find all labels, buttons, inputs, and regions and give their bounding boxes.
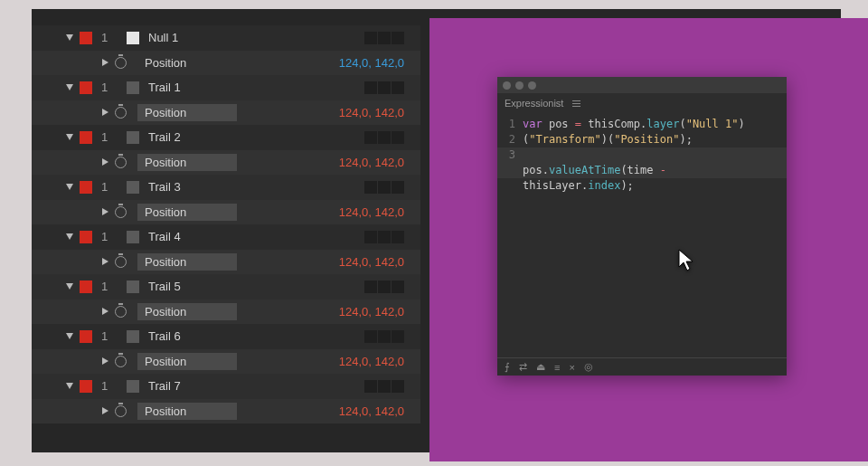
layer-row[interactable]: 1Null 1 <box>32 25 420 51</box>
editor-tab[interactable]: Expressionist <box>497 93 787 113</box>
layer-color-chip[interactable] <box>80 32 92 44</box>
twirl-down-icon[interactable] <box>66 383 73 389</box>
layer-row[interactable]: 1Trail 1 <box>32 75 420 100</box>
stopwatch-icon[interactable] <box>115 405 127 417</box>
layer-row[interactable]: 1Trail 6 <box>32 324 420 349</box>
property-name[interactable]: Position <box>137 303 237 320</box>
app-frame: 1Null 1Position124,0, 142,01Trail 1Posit… <box>32 9 841 452</box>
editor-statusbar: ⨍ ⇄ ⏏ ≡ × ◎ <box>497 357 787 376</box>
layer-row[interactable]: 1Trail 4 <box>32 224 420 250</box>
twirl-right-icon[interactable] <box>102 109 108 116</box>
layer-name[interactable]: Null 1 <box>148 31 257 44</box>
twirl-down-icon[interactable] <box>66 34 73 41</box>
property-name[interactable]: Position <box>137 204 237 221</box>
twirl-right-icon[interactable] <box>102 59 108 66</box>
layer-type-chip <box>127 231 139 243</box>
target-icon[interactable]: ◎ <box>584 361 593 373</box>
layer-color-chip[interactable] <box>80 181 92 194</box>
stopwatch-icon[interactable] <box>115 57 127 69</box>
property-value[interactable]: 124,0, 142,0 <box>339 106 404 119</box>
layer-name[interactable]: Trail 1 <box>148 81 257 94</box>
layer-row[interactable]: 1Trail 7 <box>32 374 420 399</box>
property-value[interactable]: 124,0, 142,0 <box>339 305 404 319</box>
code-area[interactable]: 1 2 3 var pos = thisComp.layer("Null 1")… <box>497 113 787 357</box>
property-row[interactable]: Position124,0, 142,0 <box>32 100 420 126</box>
close-icon[interactable] <box>503 81 511 90</box>
minimize-icon[interactable] <box>515 81 524 90</box>
layer-name[interactable]: Trail 3 <box>148 180 257 194</box>
editor-title: Expressionist <box>505 98 563 109</box>
layer-row[interactable]: 1Trail 2 <box>32 125 420 150</box>
layer-color-chip[interactable] <box>80 380 92 393</box>
property-value[interactable]: 124,0, 142,0 <box>339 404 404 418</box>
stopwatch-icon[interactable] <box>115 256 127 268</box>
menu-icon[interactable] <box>572 100 580 107</box>
twirl-right-icon[interactable] <box>102 357 108 365</box>
clear-icon[interactable]: × <box>569 362 574 373</box>
stopwatch-icon[interactable] <box>115 206 127 218</box>
layer-row[interactable]: 1Trail 5 <box>32 274 420 300</box>
window-titlebar[interactable] <box>497 77 787 93</box>
property-row[interactable]: Position124,0, 142,0 <box>32 399 420 424</box>
layer-switches[interactable] <box>364 131 404 144</box>
twirl-down-icon[interactable] <box>66 283 73 290</box>
layer-row[interactable]: 1Trail 3 <box>32 175 420 200</box>
layer-name[interactable]: Trail 4 <box>148 230 257 243</box>
layer-color-chip[interactable] <box>80 131 92 144</box>
property-value[interactable]: 124,0, 142,0 <box>339 255 404 269</box>
twirl-down-icon[interactable] <box>66 233 73 240</box>
property-row[interactable]: Position124,0, 142,0 <box>32 349 420 375</box>
layer-switches[interactable] <box>364 32 404 44</box>
property-name[interactable]: Position <box>137 54 237 71</box>
layer-color-chip[interactable] <box>80 330 92 343</box>
twirl-right-icon[interactable] <box>102 258 108 265</box>
property-name[interactable]: Position <box>137 253 237 271</box>
layer-switches[interactable] <box>364 81 404 94</box>
swap-icon[interactable]: ⇄ <box>519 361 527 373</box>
twirl-down-icon[interactable] <box>66 134 73 140</box>
property-name[interactable]: Position <box>137 104 237 121</box>
eject-icon[interactable]: ⏏ <box>536 361 545 373</box>
property-value[interactable]: 124,0, 142,0 <box>339 56 404 70</box>
layer-switches[interactable] <box>364 281 404 293</box>
stopwatch-icon[interactable] <box>115 306 127 318</box>
twirl-down-icon[interactable] <box>66 184 73 190</box>
layer-color-chip[interactable] <box>80 231 92 243</box>
layer-switches[interactable] <box>364 380 404 393</box>
twirl-down-icon[interactable] <box>66 333 73 339</box>
layer-name[interactable]: Trail 2 <box>148 130 257 144</box>
stopwatch-icon[interactable] <box>115 356 127 367</box>
stopwatch-icon[interactable] <box>115 107 127 119</box>
twirl-right-icon[interactable] <box>102 407 108 414</box>
run-icon[interactable]: ⨍ <box>505 361 510 373</box>
list-icon[interactable]: ≡ <box>554 362 560 373</box>
property-value[interactable]: 124,0, 142,0 <box>339 205 404 219</box>
property-value[interactable]: 124,0, 142,0 <box>339 355 404 368</box>
twirl-right-icon[interactable] <box>102 158 108 166</box>
twirl-down-icon[interactable] <box>66 84 73 90</box>
layer-switches[interactable] <box>364 330 404 343</box>
layer-color-chip[interactable] <box>80 281 92 293</box>
twirl-right-icon[interactable] <box>102 208 108 215</box>
layer-name[interactable]: Trail 6 <box>148 329 257 343</box>
layer-name[interactable]: Trail 7 <box>148 379 257 393</box>
layer-index: 1 <box>101 329 114 343</box>
layer-switches[interactable] <box>364 181 404 194</box>
property-row[interactable]: Position124,0, 142,0 <box>32 200 420 225</box>
layer-name[interactable]: Trail 5 <box>148 280 257 293</box>
property-value[interactable]: 124,0, 142,0 <box>339 156 404 169</box>
property-name[interactable]: Position <box>137 403 237 420</box>
property-row[interactable]: Position124,0, 142,0 <box>32 300 420 325</box>
property-row[interactable]: Position124,0, 142,0 <box>32 250 420 275</box>
zoom-icon[interactable] <box>528 81 536 90</box>
property-name[interactable]: Position <box>137 353 237 370</box>
stopwatch-icon[interactable] <box>115 157 127 168</box>
twirl-right-icon[interactable] <box>102 308 108 315</box>
layer-color-chip[interactable] <box>80 81 92 94</box>
property-name[interactable]: Position <box>137 154 237 171</box>
layer-index: 1 <box>101 180 114 194</box>
expression-editor-window[interactable]: Expressionist 1 2 3 var pos = thisComp.l… <box>497 77 787 376</box>
layer-switches[interactable] <box>364 231 404 243</box>
property-row[interactable]: Position124,0, 142,0 <box>32 51 420 76</box>
property-row[interactable]: Position124,0, 142,0 <box>32 150 420 176</box>
